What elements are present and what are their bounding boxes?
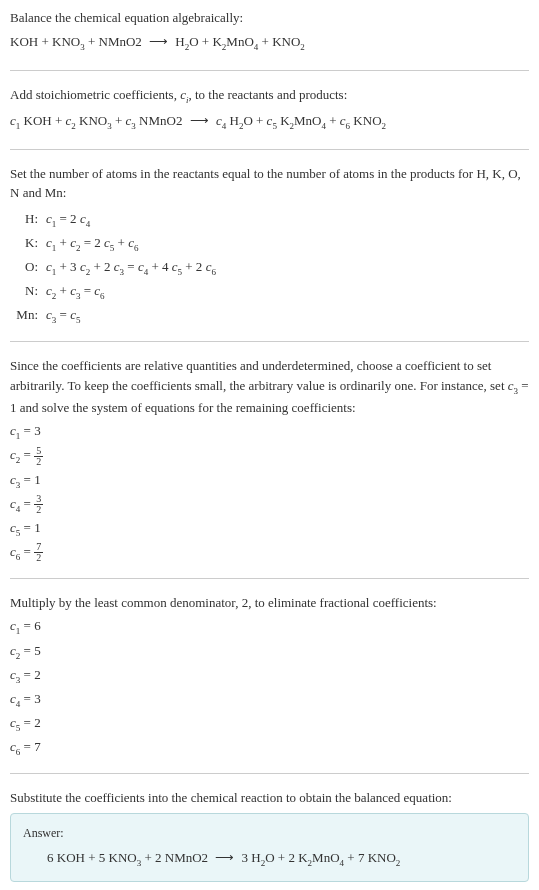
atom-row-mn: Mn: c3 = c5: [14, 305, 529, 327]
coef-c6: c6 = 72: [10, 542, 529, 564]
section-multiply: Multiply by the least common denominator…: [10, 593, 529, 774]
section1-title: Balance the chemical equation algebraica…: [10, 8, 529, 28]
coef-val: 7: [34, 739, 41, 754]
atom-eq: c1 + 3 c2 + 2 c3 = c4 + 4 c5 + 2 c6: [46, 257, 216, 279]
coef-list-fractional: c1 = 3 c2 = 52 c3 = 1 c4 = 32 c5 = 1 c6 …: [10, 421, 529, 564]
section6-title: Substitute the coefficients into the che…: [10, 788, 529, 808]
section-balance-intro: Balance the chemical equation algebraica…: [10, 8, 529, 71]
atom-equations-table: H: c1 = 2 c4 K: c1 + c2 = 2 c5 + c6 O: c…: [14, 209, 529, 327]
atom-label: H:: [14, 209, 46, 229]
coef-val: 6: [34, 618, 41, 633]
coef-c2-int: c2 = 5: [10, 641, 529, 663]
coef-list-integer: c1 = 6 c2 = 5 c3 = 2 c4 = 3 c5 = 2 c6 = …: [10, 616, 529, 759]
coef-c5: c5 = 1: [10, 518, 529, 540]
coef-c4: c4 = 32: [10, 494, 529, 516]
coef-c3-int: c3 = 2: [10, 665, 529, 687]
coef-val: 1: [34, 520, 41, 535]
atom-eq: c3 = c5: [46, 305, 80, 327]
section2-title-part2: , to the reactants and products:: [188, 87, 347, 102]
coef-c4-int: c4 = 3: [10, 689, 529, 711]
atom-label: Mn:: [14, 305, 46, 325]
coef-val: 3: [34, 691, 41, 706]
answer-label: Answer:: [23, 824, 516, 842]
section-substitute: Substitute the coefficients into the che…: [10, 788, 529, 882]
section2-equation: c1 KOH + c2 KNO3 + c3 NMnO2 ⟶ c4 H2O + c…: [10, 111, 529, 133]
coef-val: 2: [34, 715, 41, 730]
section-stoichiometric: Add stoichiometric coefficients, ci, to …: [10, 85, 529, 150]
frac-den: 2: [34, 457, 43, 467]
atom-label: N:: [14, 281, 46, 301]
atom-eq: c2 + c3 = c6: [46, 281, 105, 303]
coef-c5-int: c5 = 2: [10, 713, 529, 735]
coef-c1: c1 = 3: [10, 421, 529, 443]
coef-c2: c2 = 52: [10, 445, 529, 467]
frac-den: 2: [34, 505, 43, 515]
section2-title-part1: Add stoichiometric coefficients,: [10, 87, 180, 102]
atom-eq: c1 = 2 c4: [46, 209, 90, 231]
section3-title: Set the number of atoms in the reactants…: [10, 164, 529, 203]
atom-label: K:: [14, 233, 46, 253]
coef-val: 3: [34, 423, 41, 438]
coef-val: 5: [34, 643, 41, 658]
answer-box: Answer: 6 KOH + 5 KNO3 + 2 NMnO2 ⟶ 3 H2O…: [10, 813, 529, 881]
atom-row-o: O: c1 + 3 c2 + 2 c3 = c4 + 4 c5 + 2 c6: [14, 257, 529, 279]
section2-title: Add stoichiometric coefficients, ci, to …: [10, 85, 529, 107]
atom-eq: c1 + c2 = 2 c5 + c6: [46, 233, 138, 255]
answer-equation: 6 KOH + 5 KNO3 + 2 NMnO2 ⟶ 3 H2O + 2 K2M…: [23, 848, 516, 870]
atom-row-h: H: c1 = 2 c4: [14, 209, 529, 231]
atom-row-k: K: c1 + c2 = 2 c5 + c6: [14, 233, 529, 255]
section5-title: Multiply by the least common denominator…: [10, 593, 529, 613]
coef-c3: c3 = 1: [10, 470, 529, 492]
frac-den: 2: [34, 553, 43, 563]
section-atom-balance: Set the number of atoms in the reactants…: [10, 164, 529, 342]
coef-val: 1: [34, 472, 41, 487]
coef-c6-int: c6 = 7: [10, 737, 529, 759]
section-solve: Since the coefficients are relative quan…: [10, 356, 529, 579]
section1-equation: KOH + KNO3 + NMnO2 ⟶ H2O + K2MnO4 + KNO2: [10, 32, 529, 54]
coef-c1-int: c1 = 6: [10, 616, 529, 638]
atom-label: O:: [14, 257, 46, 277]
atom-row-n: N: c2 + c3 = c6: [14, 281, 529, 303]
section4-title: Since the coefficients are relative quan…: [10, 356, 529, 417]
coef-val: 2: [34, 667, 41, 682]
